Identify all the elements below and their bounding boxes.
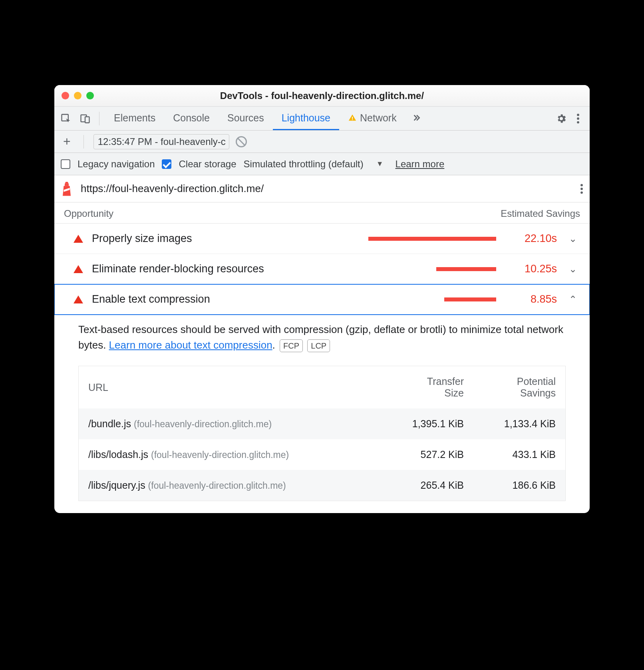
inspect-element-icon[interactable] — [58, 110, 74, 127]
col-transfer-l1: Transfer — [384, 376, 464, 387]
throttling-label: Simulated throttling (default) — [244, 159, 364, 170]
cell-url: /libs/jquery.js (foul-heavenly-direction… — [88, 480, 384, 491]
report-menu-icon[interactable] — [580, 183, 583, 194]
more-tabs-button[interactable] — [405, 107, 427, 130]
table-row: /libs/jquery.js (foul-heavenly-direction… — [79, 470, 565, 501]
savings-bar — [436, 267, 496, 271]
chevron-down-icon[interactable]: ⌄ — [566, 233, 580, 244]
opportunity-description: Text-based resources should be served wi… — [54, 315, 590, 357]
resources-table: URL Transfer Size Potential Savings /bun… — [78, 366, 566, 501]
tab-elements[interactable]: Elements — [105, 107, 164, 130]
divider — [99, 112, 99, 125]
resource-host: (foul-heavenly-direction.glitch.me) — [148, 480, 286, 491]
lcp-badge: LCP — [307, 339, 330, 352]
table-row: /libs/lodash.js (foul-heavenly-direction… — [79, 439, 565, 470]
cell-size: 265.4 KiB — [384, 480, 464, 491]
cell-size: 1,395.1 KiB — [384, 418, 464, 430]
tab-console[interactable]: Console — [164, 107, 219, 130]
legacy-navigation-checkbox[interactable] — [61, 159, 70, 169]
divider — [83, 135, 84, 149]
tab-sources[interactable]: Sources — [219, 107, 273, 130]
svg-point-6 — [577, 117, 579, 120]
cell-savings: 433.1 KiB — [464, 449, 556, 460]
table-header: URL Transfer Size Potential Savings — [79, 366, 565, 408]
warning-icon — [348, 113, 357, 122]
col-transfer-size: Transfer Size — [384, 376, 464, 399]
svg-point-5 — [577, 113, 579, 116]
lighthouse-options-bar: Legacy navigation Clear storage Simulate… — [54, 153, 590, 175]
chevron-up-icon[interactable]: ⌃ — [566, 294, 580, 305]
report-url-bar: https://foul-heavenly-direction.glitch.m… — [54, 175, 590, 202]
fcp-badge: FCP — [280, 339, 303, 352]
resource-path: /bundle.js — [88, 418, 131, 429]
savings-bar — [444, 297, 496, 301]
clear-storage-checkbox[interactable] — [162, 159, 171, 169]
dropdown-caret-icon: ▼ — [229, 137, 229, 146]
opportunity-row[interactable]: Eliminate render-blocking resources 10.2… — [54, 254, 590, 284]
report-selector[interactable]: 12:35:47 PM - foul-heavenly-c ▼ — [93, 134, 229, 149]
lighthouse-icon — [61, 181, 73, 197]
col-save-l2: Savings — [464, 387, 556, 399]
resource-path: /libs/jquery.js — [88, 480, 145, 491]
fail-triangle-icon — [74, 295, 83, 303]
chevron-down-icon[interactable]: ⌄ — [566, 264, 580, 275]
period: . — [272, 339, 275, 351]
savings-value: 10.25s — [505, 263, 557, 275]
svg-rect-3 — [352, 117, 353, 119]
savings-bar — [368, 237, 496, 241]
opportunity-heading: Opportunity — [64, 208, 113, 219]
svg-point-8 — [580, 184, 583, 186]
table-row: /bundle.js (foul-heavenly-direction.glit… — [79, 408, 565, 439]
learn-more-text-compression-link[interactable]: Learn more about text compression — [109, 339, 272, 351]
resource-path: /libs/lodash.js — [88, 449, 148, 460]
cell-size: 527.2 KiB — [384, 449, 464, 460]
opportunity-row[interactable]: Properly size images 22.10s ⌄ — [54, 224, 590, 254]
opportunity-label: Enable text compression — [92, 293, 210, 305]
resource-host: (foul-heavenly-direction.glitch.me) — [134, 419, 272, 429]
throttling-caret-icon: ▼ — [376, 160, 384, 168]
svg-point-9 — [580, 188, 583, 190]
devtools-window: DevTools - foul-heavenly-direction.glitc… — [54, 85, 590, 513]
report-url: https://foul-heavenly-direction.glitch.m… — [81, 182, 264, 195]
svg-point-10 — [580, 191, 583, 194]
tab-network-label: Network — [360, 112, 397, 124]
fail-triangle-icon — [74, 235, 83, 243]
opportunity-row-expanded[interactable]: Enable text compression 8.85s ⌃ — [54, 284, 590, 315]
opportunity-label: Properly size images — [92, 232, 192, 245]
lighthouse-subbar: + 12:35:47 PM - foul-heavenly-c ▼ — [54, 131, 590, 153]
opportunity-label: Eliminate render-blocking resources — [92, 263, 264, 275]
tab-network[interactable]: Network — [339, 107, 405, 130]
legacy-navigation-label: Legacy navigation — [78, 159, 155, 170]
savings-value: 8.85s — [505, 293, 557, 305]
report-selector-label: 12:35:47 PM - foul-heavenly-c — [98, 136, 226, 147]
svg-rect-4 — [352, 119, 353, 120]
cell-savings: 1,133.4 KiB — [464, 418, 556, 430]
learn-more-link[interactable]: Learn more — [396, 159, 445, 170]
svg-point-7 — [577, 121, 579, 123]
opportunities-section: Opportunity Estimated Savings Properly s… — [54, 202, 590, 513]
devtools-toolbar: Elements Console Sources Lighthouse Netw… — [54, 107, 590, 131]
col-url: URL — [88, 382, 384, 393]
titlebar: DevTools - foul-heavenly-direction.glitc… — [54, 85, 590, 107]
cell-savings: 186.6 KiB — [464, 480, 556, 491]
device-toolbar-icon[interactable] — [77, 110, 93, 127]
svg-rect-2 — [85, 117, 89, 123]
savings-value: 22.10s — [505, 232, 557, 245]
resource-host: (foul-heavenly-direction.glitch.me) — [151, 450, 289, 460]
clear-storage-label: Clear storage — [179, 159, 236, 170]
cell-url: /libs/lodash.js (foul-heavenly-direction… — [88, 449, 384, 460]
panel-tabs: Elements Console Sources Lighthouse Netw… — [105, 107, 427, 130]
col-save-l1: Potential — [464, 376, 556, 387]
col-potential-savings: Potential Savings — [464, 376, 556, 399]
kebab-menu-icon[interactable] — [570, 110, 586, 127]
new-report-button[interactable]: + — [60, 134, 74, 149]
cell-url: /bundle.js (foul-heavenly-direction.glit… — [88, 418, 384, 430]
settings-icon[interactable] — [553, 110, 570, 127]
tab-lighthouse[interactable]: Lighthouse — [273, 107, 339, 130]
estimated-savings-heading: Estimated Savings — [501, 208, 580, 219]
opportunities-header: Opportunity Estimated Savings — [54, 202, 590, 224]
col-transfer-l2: Size — [384, 387, 464, 399]
fail-triangle-icon — [74, 265, 83, 273]
clear-icon[interactable] — [236, 136, 247, 147]
window-title: DevTools - foul-heavenly-direction.glitc… — [54, 90, 590, 101]
